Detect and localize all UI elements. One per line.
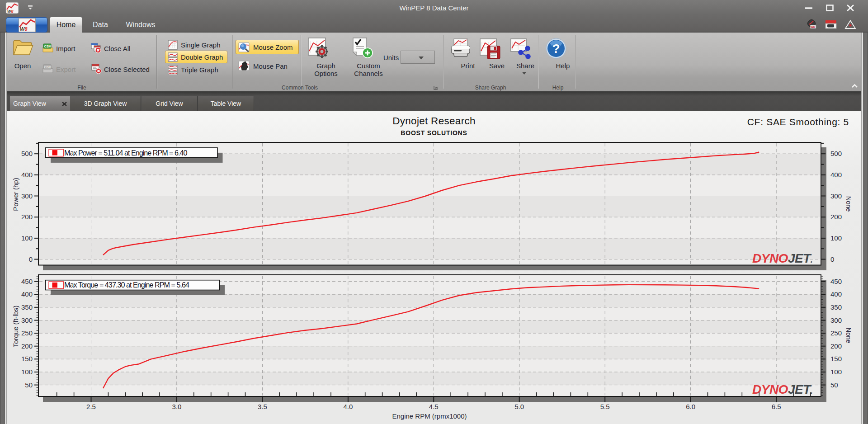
svg-text:300: 300 [830, 316, 842, 324]
svg-text:DYNOJET.: DYNOJET. [752, 382, 812, 396]
svg-text:W8: W8 [811, 26, 815, 28]
svg-text:300: 300 [830, 192, 842, 200]
svg-text:2.5: 2.5 [86, 403, 96, 410]
svg-text:Max Power = 511.04 at Engine R: Max Power = 511.04 at Engine RPM = 6.40 [64, 149, 188, 157]
svg-text:CSV: CSV [44, 44, 51, 48]
svg-text:100: 100 [21, 368, 33, 376]
svg-text:250: 250 [830, 329, 842, 337]
svg-text:100: 100 [830, 368, 842, 376]
svg-text:150: 150 [830, 355, 842, 363]
svg-text:CSV: CSV [44, 65, 51, 69]
svg-text:0: 0 [29, 255, 33, 263]
svg-text:W8: W8 [20, 26, 28, 32]
svg-text:400: 400 [830, 290, 842, 298]
svg-text:5.5: 5.5 [600, 403, 610, 410]
svg-text:300: 300 [21, 316, 33, 324]
svg-text:350: 350 [830, 303, 842, 311]
svg-text:6.5: 6.5 [772, 403, 781, 410]
svg-text:50: 50 [25, 381, 33, 389]
svg-text:6.0: 6.0 [686, 403, 695, 410]
svg-text:200: 200 [830, 213, 842, 221]
svg-text:500: 500 [830, 150, 842, 157]
svg-text:3.0: 3.0 [172, 403, 182, 410]
svg-text:200: 200 [21, 342, 33, 350]
svg-text:W8: W8 [7, 9, 14, 14]
svg-text:Max Torque = 437.30 at Engine: Max Torque = 437.30 at Engine RPM = 5.64 [64, 281, 189, 289]
svg-text:400: 400 [21, 290, 33, 298]
svg-text:400: 400 [21, 171, 33, 179]
svg-text:200: 200 [21, 213, 33, 221]
svg-text:100: 100 [830, 234, 842, 242]
svg-text:50: 50 [830, 381, 838, 389]
svg-text:5.0: 5.0 [514, 403, 524, 410]
svg-text:350: 350 [21, 303, 33, 311]
svg-text:100: 100 [21, 234, 33, 242]
svg-text:400: 400 [830, 171, 842, 179]
svg-text:3.5: 3.5 [258, 403, 267, 410]
svg-text:200: 200 [830, 342, 842, 350]
svg-text:4.5: 4.5 [429, 403, 439, 410]
svg-text:450: 450 [830, 278, 842, 285]
svg-text:0: 0 [830, 255, 834, 263]
svg-text:4.0: 4.0 [343, 403, 353, 410]
svg-text:150: 150 [21, 355, 33, 363]
svg-text:300: 300 [21, 192, 33, 200]
svg-text:Engine RPM (rpmx1000): Engine RPM (rpmx1000) [392, 412, 467, 420]
svg-text:450: 450 [21, 278, 33, 285]
svg-text:500: 500 [21, 150, 33, 157]
svg-text:DYNOJET.: DYNOJET. [752, 251, 812, 265]
svg-text:250: 250 [21, 329, 33, 337]
svg-text:?: ? [552, 42, 560, 56]
